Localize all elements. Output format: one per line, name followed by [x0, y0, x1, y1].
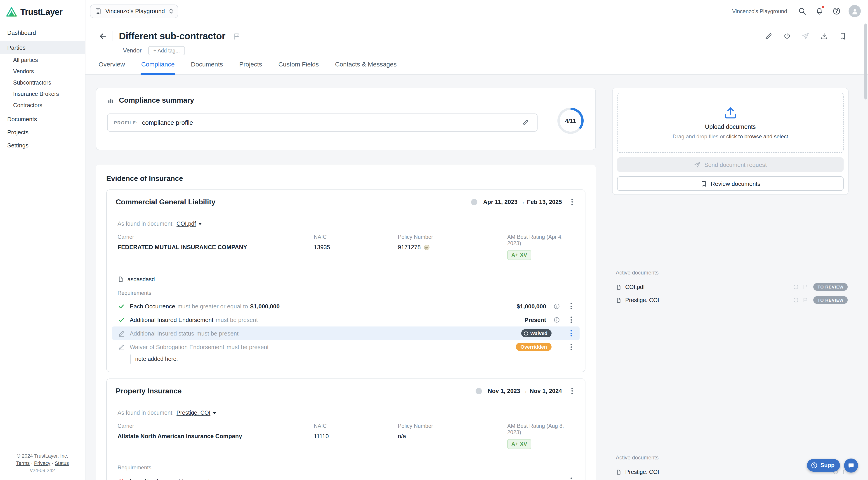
circle-icon[interactable]: [793, 284, 799, 290]
sidebar-item-settings[interactable]: Settings: [0, 139, 85, 152]
help-icon: [832, 7, 841, 16]
notification-dot: [822, 5, 825, 8]
policy-card-commercial-general-liability: Commercial General Liability Apr 11, 202…: [106, 189, 585, 372]
power-icon: [783, 32, 791, 40]
requirement-name: Each Occurrence: [130, 303, 175, 309]
trustlayer-logo-icon: [6, 7, 17, 17]
document-name: COI.pdf: [625, 284, 645, 290]
divider: [113, 31, 113, 41]
edit-profile-button[interactable]: [520, 117, 531, 128]
status-link[interactable]: Status: [55, 460, 69, 466]
requirement-menu-button[interactable]: [567, 315, 575, 325]
bookmark-button[interactable]: [836, 30, 849, 42]
pencil-icon: [765, 32, 773, 40]
logo-text: TrustLayer: [20, 7, 62, 17]
upload-dropzone[interactable]: Upload documents Drag and drop files or …: [617, 93, 844, 153]
carrier-value: FEDERATED MUTUAL INSURANCE COMPANY: [118, 244, 314, 250]
circle-icon[interactable]: [793, 297, 799, 303]
terms-link[interactable]: Terms: [16, 460, 30, 466]
policy-number-value: n/a: [398, 433, 507, 440]
column-am-best-rating: AM Best Rating (Aug 8, 2023): [507, 423, 574, 436]
sidebar-item-insurance-brokers[interactable]: Insurance Brokers: [0, 88, 85, 99]
sidebar-item-all-parties[interactable]: All parties: [0, 54, 85, 66]
column-carrier: Carrier: [118, 234, 314, 240]
profile-value: compliance profile: [142, 119, 193, 126]
download-button[interactable]: [818, 30, 831, 42]
info-icon[interactable]: [553, 316, 561, 324]
attachment-row[interactable]: asdasdasd: [107, 268, 585, 282]
found-in-label: As found in document:: [118, 221, 174, 227]
flag-icon[interactable]: [232, 32, 240, 40]
version-text: v24-09.242: [4, 467, 81, 474]
support-button[interactable]: Supp: [807, 459, 840, 472]
upload-icon: [723, 106, 738, 119]
sidebar-item-projects[interactable]: Projects: [0, 126, 85, 139]
requirement-name: Additional Insured Endorsement: [130, 316, 213, 323]
review-documents-button[interactable]: Review documents: [617, 176, 844, 191]
sidebar-item-vendors[interactable]: Vendors: [0, 66, 85, 77]
column-carrier: Carrier: [118, 423, 314, 429]
waived-badge: Waived: [521, 329, 552, 337]
requirement-row-additional-insured-endorsement: Additional Insured Endorsement must be p…: [112, 313, 580, 327]
tab-overview[interactable]: Overview: [98, 60, 125, 74]
requirement-condition: must be present: [216, 316, 258, 323]
flag-icon[interactable]: [803, 297, 808, 303]
requirement-condition: must be present: [226, 343, 269, 350]
sidebar-nav: Dashboard Parties All parties Vendors Su…: [0, 26, 85, 152]
account-name-label: Vincenzo's Playground: [732, 8, 787, 14]
scrollbar[interactable]: [864, 24, 867, 99]
send-document-request-button[interactable]: Send document request: [617, 157, 844, 172]
browse-files-link[interactable]: click to browse and select: [726, 133, 788, 140]
column-naic: NAIC: [314, 234, 398, 240]
tab-bar: Overview Compliance Documents Projects C…: [86, 60, 868, 74]
policy-menu-button[interactable]: [568, 197, 576, 207]
document-name: Prestige. COI: [625, 297, 659, 303]
main-area: Vincenzo's Playground Vincenzo's Playgro…: [86, 0, 868, 480]
chat-bubble-button[interactable]: [844, 458, 858, 472]
policy-menu-button[interactable]: [568, 386, 576, 396]
back-button[interactable]: [97, 30, 110, 42]
sidebar-item-dashboard[interactable]: Dashboard: [0, 26, 85, 39]
workspace-building-icon: [94, 7, 102, 15]
deactivate-button[interactable]: [781, 30, 794, 42]
document-link[interactable]: COI.pdf: [177, 221, 202, 227]
info-icon[interactable]: [553, 302, 561, 310]
privacy-link[interactable]: Privacy: [34, 460, 51, 466]
edit-button[interactable]: [762, 30, 775, 42]
tab-documents[interactable]: Documents: [191, 60, 223, 74]
requirement-menu-button[interactable]: [567, 328, 575, 338]
search-button[interactable]: [797, 6, 807, 16]
requirement-menu-button[interactable]: [567, 301, 575, 311]
tab-custom-fields[interactable]: Custom Fields: [278, 60, 319, 74]
app-logo[interactable]: TrustLayer: [0, 0, 85, 26]
document-row[interactable]: COI.pdf TO REVIEW: [612, 280, 848, 294]
paper-plane-icon: [802, 32, 810, 40]
topbar: Vincenzo's Playground Vincenzo's Playgro…: [86, 0, 868, 22]
add-tag-button[interactable]: + Add tag...: [148, 46, 185, 55]
flag-icon[interactable]: [803, 284, 808, 290]
requirement-menu-button[interactable]: [567, 342, 575, 352]
sidebar-item-documents[interactable]: Documents: [0, 113, 85, 126]
document-row[interactable]: Prestige. COI TO REVIEW: [612, 294, 848, 307]
send-button[interactable]: [799, 30, 812, 42]
requirement-value: Present: [525, 316, 546, 323]
tab-projects[interactable]: Projects: [239, 60, 262, 74]
user-avatar[interactable]: [848, 5, 861, 17]
workspace-selector[interactable]: Vincenzo's Playground: [90, 4, 178, 18]
support-label: Supp: [820, 462, 835, 469]
upload-hint-text: Drag and drop files or: [673, 133, 725, 140]
requirement-name: Additional Insured status: [130, 330, 194, 337]
sidebar-item-parties[interactable]: Parties: [0, 41, 85, 54]
policy-note-icon[interactable]: [423, 244, 430, 250]
tab-compliance[interactable]: Compliance: [141, 60, 175, 74]
bar-chart-icon: [107, 97, 114, 104]
sidebar-item-contractors[interactable]: Contractors: [0, 99, 85, 111]
requirement-condition: must be present: [168, 477, 210, 480]
document-link[interactable]: Prestige. COI: [177, 410, 217, 416]
notifications-button[interactable]: [814, 6, 824, 16]
requirement-menu-button[interactable]: [567, 476, 575, 480]
sidebar-item-subcontractors[interactable]: Subcontractors: [0, 77, 85, 88]
requirement-row-loan-number: Loan Number must be present -: [112, 474, 580, 480]
help-button[interactable]: [831, 6, 841, 16]
tab-contacts-messages[interactable]: Contacts & Messages: [335, 60, 397, 74]
